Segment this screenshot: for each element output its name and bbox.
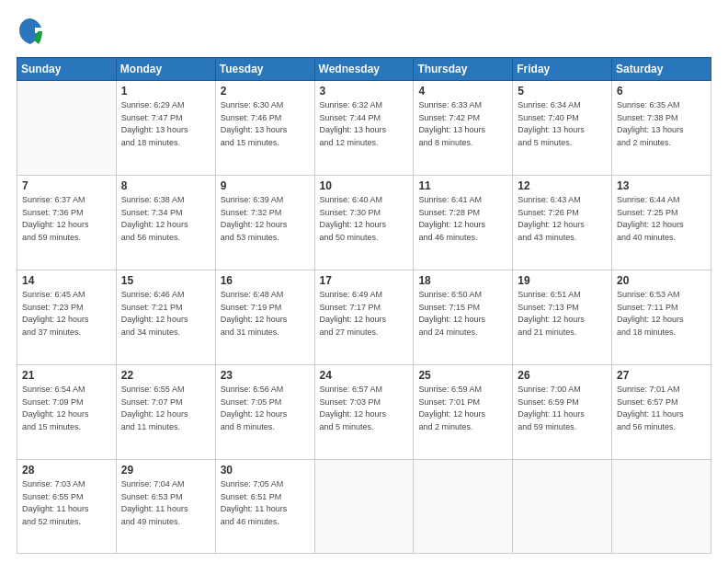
day-number: 3: [320, 85, 409, 98]
logo-icon: [17, 17, 44, 50]
calendar-day-cell: 6Sunrise: 6:35 AMSunset: 7:38 PMDaylight…: [612, 81, 711, 176]
calendar-day-cell: 30Sunrise: 7:05 AMSunset: 6:51 PMDayligh…: [215, 460, 314, 554]
calendar-day-cell: 23Sunrise: 6:56 AMSunset: 7:05 PMDayligh…: [215, 365, 314, 460]
day-number: 2: [221, 85, 310, 98]
calendar-day-cell: 8Sunrise: 6:38 AMSunset: 7:34 PMDaylight…: [116, 176, 215, 270]
day-info: Sunrise: 6:48 AMSunset: 7:19 PMDaylight:…: [221, 289, 310, 339]
day-info: Sunrise: 6:56 AMSunset: 7:05 PMDaylight:…: [221, 384, 310, 433]
day-info: Sunrise: 6:32 AMSunset: 7:44 PMDaylight:…: [320, 99, 409, 149]
calendar-day-cell: 11Sunrise: 6:41 AMSunset: 7:28 PMDayligh…: [414, 176, 513, 270]
page: SundayMondayTuesdayWednesdayThursdayFrid…: [0, 0, 728, 563]
calendar-day-cell: 24Sunrise: 6:57 AMSunset: 7:03 PMDayligh…: [314, 365, 414, 460]
calendar-header-row: SundayMondayTuesdayWednesdayThursdayFrid…: [17, 58, 711, 81]
day-number: 21: [22, 369, 111, 382]
day-number: 23: [221, 369, 310, 382]
calendar-day-cell: [513, 460, 612, 554]
calendar-day-cell: 2Sunrise: 6:30 AMSunset: 7:46 PMDaylight…: [215, 81, 314, 176]
calendar-day-cell: 3Sunrise: 6:32 AMSunset: 7:44 PMDaylight…: [314, 81, 414, 176]
calendar-week-row: 14Sunrise: 6:45 AMSunset: 7:23 PMDayligh…: [17, 270, 711, 365]
day-info: Sunrise: 6:55 AMSunset: 7:07 PMDaylight:…: [121, 384, 210, 433]
day-info: Sunrise: 7:04 AMSunset: 6:53 PMDaylight:…: [121, 478, 210, 528]
day-number: 5: [518, 85, 607, 98]
calendar-day-cell: 14Sunrise: 6:45 AMSunset: 7:23 PMDayligh…: [17, 270, 117, 365]
weekday-header-tuesday: Tuesday: [215, 58, 314, 81]
calendar-day-cell: [314, 460, 414, 554]
day-info: Sunrise: 6:35 AMSunset: 7:38 PMDaylight:…: [617, 99, 706, 149]
calendar-week-row: 28Sunrise: 7:03 AMSunset: 6:55 PMDayligh…: [17, 460, 711, 554]
calendar-day-cell: 21Sunrise: 6:54 AMSunset: 7:09 PMDayligh…: [17, 365, 117, 460]
day-number: 27: [617, 369, 706, 382]
day-info: Sunrise: 6:57 AMSunset: 7:03 PMDaylight:…: [320, 384, 409, 433]
day-number: 8: [121, 179, 210, 192]
day-info: Sunrise: 6:49 AMSunset: 7:17 PMDaylight:…: [320, 289, 409, 339]
weekday-header-friday: Friday: [513, 58, 612, 81]
weekday-header-wednesday: Wednesday: [314, 58, 414, 81]
day-info: Sunrise: 6:53 AMSunset: 7:11 PMDaylight:…: [617, 289, 706, 339]
calendar-day-cell: 1Sunrise: 6:29 AMSunset: 7:47 PMDaylight…: [116, 81, 215, 176]
day-info: Sunrise: 6:43 AMSunset: 7:26 PMDaylight:…: [518, 194, 607, 244]
calendar-day-cell: 22Sunrise: 6:55 AMSunset: 7:07 PMDayligh…: [116, 365, 215, 460]
day-info: Sunrise: 6:34 AMSunset: 7:40 PMDaylight:…: [518, 99, 607, 149]
day-info: Sunrise: 6:50 AMSunset: 7:15 PMDaylight:…: [418, 289, 507, 339]
calendar-day-cell: 18Sunrise: 6:50 AMSunset: 7:15 PMDayligh…: [414, 270, 513, 365]
day-number: 29: [121, 464, 210, 477]
day-number: 10: [320, 179, 409, 192]
day-info: Sunrise: 6:38 AMSunset: 7:34 PMDaylight:…: [121, 194, 210, 244]
day-number: 14: [22, 274, 111, 287]
day-info: Sunrise: 6:54 AMSunset: 7:09 PMDaylight:…: [22, 384, 111, 433]
day-info: Sunrise: 6:29 AMSunset: 7:47 PMDaylight:…: [121, 99, 210, 149]
calendar-day-cell: 12Sunrise: 6:43 AMSunset: 7:26 PMDayligh…: [513, 176, 612, 270]
calendar-day-cell: [17, 81, 117, 176]
calendar-day-cell: 13Sunrise: 6:44 AMSunset: 7:25 PMDayligh…: [612, 176, 711, 270]
day-info: Sunrise: 6:45 AMSunset: 7:23 PMDaylight:…: [22, 289, 111, 339]
day-info: Sunrise: 6:46 AMSunset: 7:21 PMDaylight:…: [121, 289, 210, 339]
day-info: Sunrise: 7:01 AMSunset: 6:57 PMDaylight:…: [617, 384, 706, 433]
calendar-week-row: 1Sunrise: 6:29 AMSunset: 7:47 PMDaylight…: [17, 81, 711, 176]
day-number: 9: [221, 179, 310, 192]
day-info: Sunrise: 6:44 AMSunset: 7:25 PMDaylight:…: [617, 194, 706, 244]
day-info: Sunrise: 6:51 AMSunset: 7:13 PMDaylight:…: [518, 289, 607, 339]
calendar-day-cell: 9Sunrise: 6:39 AMSunset: 7:32 PMDaylight…: [215, 176, 314, 270]
calendar-day-cell: [612, 460, 711, 554]
day-number: 16: [221, 274, 310, 287]
header: [17, 17, 711, 50]
day-info: Sunrise: 6:30 AMSunset: 7:46 PMDaylight:…: [221, 99, 310, 149]
day-number: 17: [320, 274, 409, 287]
day-info: Sunrise: 7:05 AMSunset: 6:51 PMDaylight:…: [221, 478, 310, 528]
day-info: Sunrise: 6:37 AMSunset: 7:36 PMDaylight:…: [22, 194, 111, 244]
weekday-header-saturday: Saturday: [612, 58, 711, 81]
day-info: Sunrise: 7:00 AMSunset: 6:59 PMDaylight:…: [518, 384, 607, 433]
day-number: 7: [22, 179, 111, 192]
day-number: 20: [617, 274, 706, 287]
calendar-day-cell: 27Sunrise: 7:01 AMSunset: 6:57 PMDayligh…: [612, 365, 711, 460]
calendar-day-cell: 16Sunrise: 6:48 AMSunset: 7:19 PMDayligh…: [215, 270, 314, 365]
calendar-day-cell: 19Sunrise: 6:51 AMSunset: 7:13 PMDayligh…: [513, 270, 612, 365]
day-number: 26: [518, 369, 607, 382]
calendar-day-cell: 4Sunrise: 6:33 AMSunset: 7:42 PMDaylight…: [414, 81, 513, 176]
calendar-day-cell: 5Sunrise: 6:34 AMSunset: 7:40 PMDaylight…: [513, 81, 612, 176]
calendar-week-row: 21Sunrise: 6:54 AMSunset: 7:09 PMDayligh…: [17, 365, 711, 460]
day-info: Sunrise: 6:39 AMSunset: 7:32 PMDaylight:…: [221, 194, 310, 244]
day-info: Sunrise: 6:59 AMSunset: 7:01 PMDaylight:…: [418, 384, 507, 433]
day-number: 24: [320, 369, 409, 382]
day-number: 12: [518, 179, 607, 192]
calendar-day-cell: 10Sunrise: 6:40 AMSunset: 7:30 PMDayligh…: [314, 176, 414, 270]
day-number: 4: [418, 85, 507, 98]
day-number: 22: [121, 369, 210, 382]
calendar-day-cell: 20Sunrise: 6:53 AMSunset: 7:11 PMDayligh…: [612, 270, 711, 365]
calendar-day-cell: 28Sunrise: 7:03 AMSunset: 6:55 PMDayligh…: [17, 460, 117, 554]
day-number: 13: [617, 179, 706, 192]
weekday-header-monday: Monday: [116, 58, 215, 81]
calendar-day-cell: 7Sunrise: 6:37 AMSunset: 7:36 PMDaylight…: [17, 176, 117, 270]
day-number: 1: [121, 85, 210, 98]
day-number: 18: [418, 274, 507, 287]
calendar-day-cell: 15Sunrise: 6:46 AMSunset: 7:21 PMDayligh…: [116, 270, 215, 365]
day-number: 19: [518, 274, 607, 287]
day-info: Sunrise: 6:33 AMSunset: 7:42 PMDaylight:…: [418, 99, 507, 149]
day-number: 25: [418, 369, 507, 382]
day-number: 15: [121, 274, 210, 287]
day-info: Sunrise: 6:40 AMSunset: 7:30 PMDaylight:…: [320, 194, 409, 244]
calendar-day-cell: 17Sunrise: 6:49 AMSunset: 7:17 PMDayligh…: [314, 270, 414, 365]
day-number: 30: [221, 464, 310, 477]
calendar-day-cell: 29Sunrise: 7:04 AMSunset: 6:53 PMDayligh…: [116, 460, 215, 554]
